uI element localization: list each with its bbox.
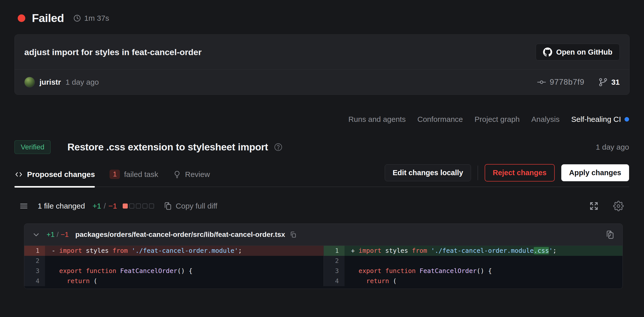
tab-review-label: Review — [185, 170, 210, 179]
fix-header: Verified Restore .css extension to style… — [0, 124, 644, 154]
nav-item-project-graph[interactable]: Project graph — [475, 115, 520, 124]
verified-badge: Verified — [14, 140, 51, 154]
tab-failed-task[interactable]: 1 failed task — [110, 170, 158, 187]
line-number: 4 — [324, 276, 345, 286]
line-number: 3 — [324, 266, 345, 276]
files-changed-label: 1 file changed — [38, 202, 85, 210]
commit-card-top: adjust import for styles in feat-cancel-… — [15, 35, 629, 70]
nav-item-runs-and-agents[interactable]: Runs and agents — [348, 115, 406, 124]
fix-title: Restore .css extension to stylesheet imp… — [67, 142, 268, 153]
diffstat-block-filled — [123, 203, 128, 209]
tab-proposed-changes[interactable]: Proposed changes — [14, 170, 95, 187]
line-number: 3 — [24, 266, 45, 276]
diff-line: 4 return ( — [24, 276, 324, 286]
diff-line: 3 export function FeatCancelOrder() { — [324, 266, 623, 276]
action-buttons: Edit changes locally Reject changes Appl… — [385, 164, 629, 182]
nav-item-analysis[interactable]: Analysis — [531, 115, 560, 124]
workspace-nav: Runs and agents Conformance Project grap… — [0, 95, 644, 124]
edit-changes-locally-button[interactable]: Edit changes locally — [385, 164, 471, 181]
diff-file-header: +1 / −1 packages/orders/feat-cancel-orde… — [24, 224, 622, 245]
diff-pane-after: 1 + import styles from './feat-cancel-or… — [324, 246, 623, 286]
diff-line: 2 — [324, 256, 623, 266]
duration-text: 1m 37s — [84, 14, 109, 22]
diff-pane-before: 1 - import styles from './feat-cancel-or… — [24, 246, 324, 286]
status-label: Failed — [32, 12, 64, 25]
avatar — [24, 77, 35, 87]
diff-line-deleted: 1 - import styles from './feat-cancel-or… — [24, 246, 324, 256]
tabs: Proposed changes 1 failed task Review — [14, 170, 210, 187]
github-icon — [543, 48, 552, 57]
expand-icon[interactable] — [589, 201, 599, 211]
failed-status-dot — [18, 14, 25, 22]
line-number: 2 — [324, 256, 345, 266]
help-icon[interactable] — [274, 143, 283, 152]
diff-settings — [613, 201, 624, 211]
copy-full-diff-button[interactable]: Copy full diff — [163, 201, 218, 211]
diffstat-block — [142, 203, 147, 209]
diff-line: 3 export function FeatCancelOrder() { — [24, 266, 324, 276]
diff-body: 1 - import styles from './feat-cancel-or… — [24, 245, 622, 289]
code-line: export function FeatCancelOrder() { — [45, 266, 324, 276]
commit-meta: 9778b7f9 31 — [537, 77, 620, 87]
file-deletions: −1 — [61, 231, 69, 239]
additions-count: +1 — [93, 202, 101, 210]
fix-time: 1 day ago — [596, 143, 629, 151]
file-count-separator: / — [57, 231, 59, 239]
diffstat-block — [129, 203, 134, 209]
commit-card: adjust import for styles in feat-cancel-… — [14, 34, 630, 95]
commit-sha[interactable]: 9778b7f9 — [550, 78, 584, 87]
git-branch-icon — [598, 77, 608, 87]
status-header: Failed 1m 37s — [0, 0, 644, 25]
diff-line-added: 1 + import styles from './feat-cancel-or… — [324, 246, 623, 256]
copy-full-diff-label: Copy full diff — [176, 202, 218, 210]
line-number: 2 — [24, 256, 45, 266]
commit-icon — [537, 78, 546, 87]
line-number: 1 — [324, 246, 345, 256]
open-on-github-button[interactable]: Open on GitHub — [536, 44, 620, 60]
diffstat-blocks — [123, 203, 154, 209]
commit-time: 1 day ago — [66, 78, 99, 86]
line-number: 4 — [24, 276, 45, 286]
tabs-row: Proposed changes 1 failed task Review Ed… — [14, 164, 629, 187]
copy-icon — [163, 201, 172, 211]
diff-line: 4 return ( — [324, 276, 623, 286]
diff-panel: +1 / −1 packages/orders/feat-cancel-orde… — [24, 223, 623, 289]
code-line: return ( — [345, 276, 623, 286]
file-list-menu-icon[interactable] — [19, 201, 29, 211]
diff-line: 2 — [24, 256, 324, 266]
copy-path-icon[interactable] — [290, 231, 297, 238]
reject-changes-button[interactable]: Reject changes — [485, 164, 555, 182]
file-path: packages/orders/feat-cancel-order/src/li… — [75, 231, 285, 239]
apply-changes-button[interactable]: Apply changes — [561, 164, 629, 181]
commit-author: juristr — [39, 78, 61, 86]
vertical-divider — [478, 166, 478, 180]
chevron-down-icon[interactable] — [32, 230, 40, 239]
code-line: return ( — [45, 276, 324, 286]
code-line: export function FeatCancelOrder() { — [345, 266, 623, 276]
line-number: 1 — [24, 246, 45, 256]
commit-card-bottom: juristr 1 day ago 9778b7f9 31 — [15, 70, 629, 95]
deletions-count: −1 — [108, 202, 117, 210]
nav-item-conformance[interactable]: Conformance — [417, 115, 463, 124]
tab-failed-task-label: failed task — [124, 170, 158, 179]
file-additions: +1 — [47, 231, 55, 239]
code-line — [345, 256, 623, 266]
diff-toolbar: 1 file changed +1 / −1 Copy full diff — [19, 201, 624, 211]
github-button-label: Open on GitHub — [556, 48, 612, 56]
notification-dot — [625, 117, 629, 122]
copy-file-icon[interactable] — [605, 230, 615, 239]
tab-proposed-changes-label: Proposed changes — [27, 170, 95, 179]
code-line: + import styles from './feat-cancel-orde… — [345, 246, 623, 256]
failed-count-badge: 1 — [110, 170, 120, 179]
branch-count[interactable]: 31 — [611, 78, 620, 86]
code-line: - import styles from './feat-cancel-orde… — [45, 246, 324, 256]
code-icon — [14, 170, 23, 179]
tab-review[interactable]: Review — [173, 170, 210, 187]
count-separator: / — [104, 202, 106, 210]
duration: 1m 37s — [73, 14, 109, 22]
commit-title: adjust import for styles in feat-cancel-… — [24, 47, 202, 57]
nav-item-self-healing-ci[interactable]: Self-healing CI — [571, 115, 629, 124]
clock-icon — [73, 14, 81, 22]
code-line — [45, 256, 324, 266]
gear-icon[interactable] — [613, 201, 624, 211]
